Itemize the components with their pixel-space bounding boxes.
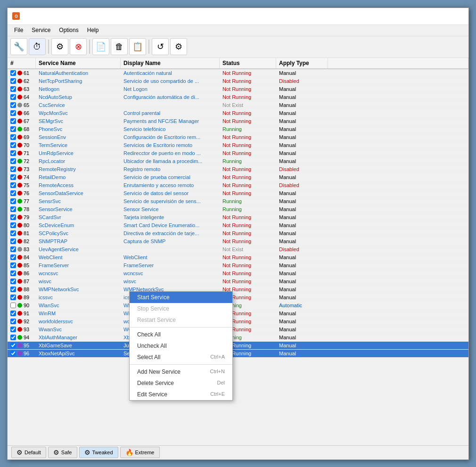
table-row[interactable]: 76SensorDataServiceServicio de datos del… [8,189,468,197]
table-row[interactable]: 81SCPolicySvcDirectiva de extracción de … [8,229,468,238]
row-num-cell[interactable]: 65 [8,101,36,109]
row-service-name[interactable]: SNMPTRAP [36,238,121,245]
row-num-cell[interactable]: 85 [8,262,36,269]
row-service-name[interactable]: CscService [36,101,121,109]
table-row[interactable]: 89icssvcicssvcNot RunningManual [8,294,468,302]
row-service-name[interactable]: wisvc [36,278,121,285]
row-checkbox[interactable] [10,166,16,172]
row-checkbox[interactable] [10,150,16,156]
row-service-name[interactable]: WinRM [36,310,121,317]
stop-button[interactable]: ⊗ [70,38,87,55]
table-row[interactable]: 75RemoteAccessEnrutamiento y acceso remo… [8,181,468,189]
tools-button[interactable]: 🔧 [10,38,27,55]
row-service-name[interactable]: ScDeviceEnum [36,221,121,229]
row-num-cell[interactable]: 96 [8,350,36,357]
row-checkbox[interactable] [10,287,16,292]
row-service-name[interactable]: RetailDemo [36,173,121,181]
delete-button[interactable]: 🗑 [111,38,128,55]
table-row[interactable]: 70TermServiceServicios de Escritorio rem… [8,141,468,149]
row-num-cell[interactable]: 68 [8,125,36,133]
table-row[interactable]: 72RpcLocatorUbicador de llamada a proced… [8,157,468,165]
maximize-button[interactable] [435,11,449,21]
row-checkbox[interactable] [10,246,16,252]
row-checkbox[interactable] [10,86,16,92]
row-service-name[interactable]: WebClient [36,254,121,261]
row-num-cell[interactable]: 86 [8,270,36,277]
table-row[interactable]: 88WMPNetworkSvcWMPNetworkSvcNot RunningM… [8,286,468,294]
row-num-cell[interactable]: 76 [8,189,36,197]
row-service-name[interactable]: UmRdpService [36,149,121,157]
table-row[interactable]: 63NetlogonNet LogonNot RunningManual [8,85,468,93]
row-service-name[interactable]: SensrSvc [36,197,121,205]
row-checkbox[interactable] [10,70,16,76]
table-row[interactable]: 93WwanSvcWwanSvcNot RunningManual [8,326,468,334]
context-menu-item[interactable]: Select AllCtrl+A [130,352,232,363]
row-checkbox[interactable] [10,254,16,260]
row-service-name[interactable]: TermService [36,141,121,149]
row-num-cell[interactable]: 63 [8,85,36,93]
table-body[interactable]: 61NaturalAuthenticationAutenticación nat… [8,69,468,445]
row-checkbox[interactable] [10,102,16,108]
row-num-cell[interactable]: 94 [8,334,36,341]
tab-safe[interactable]: ⚙ Safe [48,447,77,458]
table-row[interactable]: 61NaturalAuthenticationAutenticación nat… [8,69,468,77]
row-num-cell[interactable]: 69 [8,133,36,141]
table-row[interactable]: 91WinRMWinRMNot RunningManual [8,310,468,318]
row-checkbox[interactable] [10,327,16,332]
table-row[interactable]: 86wcncsvcwcncsvcNot RunningManual [8,270,468,278]
table-row[interactable]: 82SNMPTRAPCaptura de SNMPNot RunningManu… [8,238,468,246]
row-num-cell[interactable]: 90 [8,302,36,309]
table-row[interactable]: 67SEMgrSvcPayments and NFC/SE ManagerNot… [8,117,468,125]
row-service-name[interactable]: icssvc [36,294,121,301]
row-num-cell[interactable]: 80 [8,221,36,229]
table-row[interactable]: 79SCardSvrTarjeta inteligenteNot Running… [8,213,468,221]
new-button[interactable]: 📄 [92,38,109,55]
row-num-cell[interactable]: 61 [8,69,36,77]
row-num-cell[interactable]: 72 [8,157,36,165]
table-row[interactable]: 94XblAuthManagerXblAuthManagerRunningMan… [8,334,468,342]
table-row[interactable]: 90WlanSvcWlanSvcRunningAutomatic [8,302,468,310]
row-service-name[interactable]: RemoteAccess [36,181,121,189]
row-checkbox[interactable] [10,182,16,188]
menu-service[interactable]: Service [28,26,54,35]
table-row[interactable]: 78SensorServiceSensor ServiceRunningManu… [8,205,468,213]
row-service-name[interactable]: UevAgentService [36,246,121,253]
row-checkbox[interactable] [10,230,16,236]
row-num-cell[interactable]: 71 [8,149,36,157]
table-row[interactable]: 80ScDeviceEnumSmart Card Device Enumerat… [8,221,468,229]
row-checkbox[interactable] [10,206,16,212]
context-menu-item[interactable]: Delete ServiceDel [130,377,232,389]
row-service-name[interactable]: XblAuthManager [36,334,121,341]
row-service-name[interactable]: FrameServer [36,262,121,269]
row-service-name[interactable]: WpcMonSvc [36,109,121,117]
row-num-cell[interactable]: 79 [8,213,36,221]
row-service-name[interactable]: WwanSvc [36,326,121,333]
row-checkbox[interactable] [10,190,16,196]
row-checkbox[interactable] [10,295,16,300]
row-checkbox[interactable] [10,94,16,100]
row-checkbox[interactable] [10,214,16,220]
row-num-cell[interactable]: 89 [8,294,36,301]
context-menu-item[interactable]: Edit ServiceCtrl+E [130,389,232,400]
row-checkbox[interactable] [10,262,16,268]
table-row[interactable]: 85FrameServerFrameServerNot RunningManua… [8,262,468,270]
row-service-name[interactable]: SCardSvr [36,213,121,221]
row-num-cell[interactable]: 92 [8,318,36,325]
row-service-name[interactable]: SessionEnv [36,133,121,141]
context-menu-item[interactable]: Uncheck All [130,340,232,352]
row-service-name[interactable]: RemoteRegistry [36,165,121,173]
apply-button[interactable]: ⚙ [51,38,68,55]
list-button[interactable]: 📋 [129,38,146,55]
row-num-cell[interactable]: 83 [8,246,36,253]
row-checkbox[interactable] [10,279,16,284]
table-row[interactable]: 84WebClientWebClientNot RunningManual [8,254,468,262]
row-num-cell[interactable]: 62 [8,77,36,85]
row-checkbox[interactable] [10,222,16,228]
row-service-name[interactable]: XboxNetApiSvc [36,350,121,357]
row-service-name[interactable]: NetTcpPortSharing [36,77,121,85]
row-num-cell[interactable]: 95 [8,342,36,349]
row-checkbox[interactable] [10,118,16,124]
row-checkbox[interactable] [10,126,16,132]
row-num-cell[interactable]: 93 [8,326,36,333]
row-service-name[interactable]: NaturalAuthentication [36,69,121,77]
